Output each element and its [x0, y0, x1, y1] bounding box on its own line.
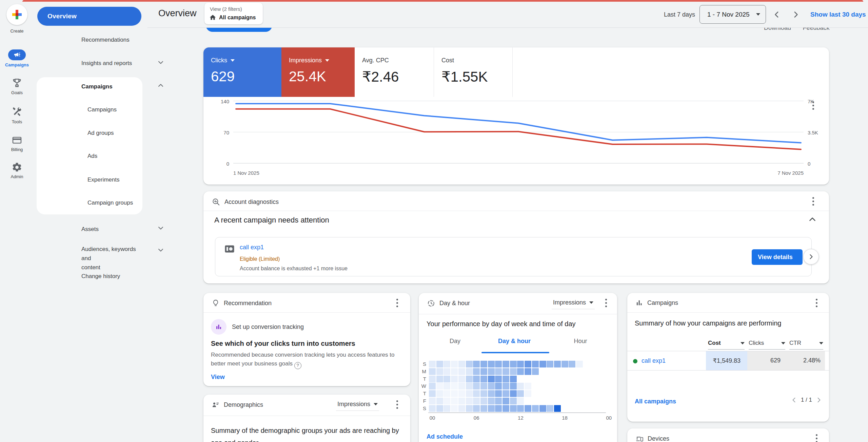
caret-down-icon: [325, 59, 329, 62]
column-header-ctr[interactable]: CTR: [789, 340, 823, 350]
heatmap-cell: [480, 376, 487, 382]
campaign-type-icon: [223, 243, 236, 255]
campaign-row-link[interactable]: call exp1: [642, 357, 666, 364]
rail-item-billing[interactable]: [12, 135, 22, 146]
date-next-button[interactable]: [791, 9, 801, 21]
heatmap-row-label: T: [420, 390, 426, 397]
nav-item-campaign-groups[interactable]: Campaign groups: [87, 199, 133, 206]
campaign-name-link[interactable]: call exp1: [240, 244, 264, 251]
scorecard-clicks[interactable]: Clicks 629: [203, 47, 281, 97]
tab-day-and-hour[interactable]: Day & hour: [489, 338, 540, 345]
nav-item-assets[interactable]: Assets: [81, 226, 99, 233]
nav-item-audiences[interactable]: Audiences, keywords and content: [81, 245, 144, 272]
day-hour-menu-button[interactable]: [599, 296, 612, 309]
date-range-select[interactable]: 1 - 7 Nov 2025: [699, 5, 766, 24]
show-last-30-days-link[interactable]: Show last 30 days: [810, 11, 866, 18]
page-prev-icon[interactable]: [790, 396, 798, 404]
day-hour-metric-select[interactable]: Impressions: [552, 298, 595, 309]
performance-line-chart[interactable]: [233, 98, 804, 169]
view-chip-caption: View (2 filters): [210, 6, 242, 12]
day-hour-heatmap[interactable]: [429, 361, 606, 412]
rail-label-billing: Billing: [0, 147, 34, 152]
heatmap-cell: [436, 398, 443, 404]
page-next-icon[interactable]: [815, 396, 823, 404]
column-header-cost[interactable]: Cost: [708, 340, 745, 350]
campaigns-menu-button[interactable]: [810, 296, 823, 309]
heatmap-cell: [488, 376, 495, 382]
collapse-chevron-icon[interactable]: [807, 214, 817, 226]
view-details-button[interactable]: View details: [752, 249, 803, 265]
nav-item-insights[interactable]: Insights and reports: [81, 60, 132, 67]
caret-down-icon: [589, 301, 593, 304]
heatmap-cell: [510, 405, 517, 412]
heatmap-cell: [458, 361, 465, 367]
devices-icon: [635, 435, 644, 442]
column-header-clicks[interactable]: Clicks: [749, 340, 785, 350]
rail-item-tools[interactable]: [11, 106, 23, 118]
nav-item-overview[interactable]: Overview: [37, 7, 141, 26]
devices-menu-button[interactable]: [810, 432, 823, 442]
nav-item-campaigns-parent[interactable]: Campaigns: [81, 83, 113, 90]
scorecard-cost[interactable]: Cost ₹1.55K: [434, 47, 513, 97]
heatmap-cell: [517, 383, 524, 390]
nav-item-experiments[interactable]: Experiments: [87, 176, 119, 183]
nav-item-change-history[interactable]: Change history: [81, 273, 120, 280]
scorecard-impressions[interactable]: Impressions 25.4K: [281, 47, 355, 97]
chevron-down-icon[interactable]: [157, 58, 165, 68]
rail-item-goals[interactable]: [11, 77, 23, 89]
create-button[interactable]: [6, 4, 27, 25]
y-axis-tick: 70: [214, 130, 229, 135]
heatmap-cell: [466, 368, 473, 375]
heatmap-cell: [547, 405, 553, 412]
heatmap-cell: [451, 390, 458, 397]
heatmap-cell: [466, 376, 473, 382]
heatmap-cell: [429, 390, 436, 397]
chevron-down-icon[interactable]: [157, 246, 165, 255]
tab-hour[interactable]: Hour: [555, 338, 606, 345]
date-prev-button[interactable]: [772, 9, 782, 21]
metric-value: Impressions: [553, 299, 586, 306]
campaign-issue-text: Account balance is exhausted +1 more iss…: [240, 266, 348, 272]
heatmap-cell: [517, 390, 524, 397]
scorecard-label: Avg. CPC: [362, 57, 389, 64]
nav-item-ad-groups[interactable]: Ad groups: [87, 130, 114, 136]
scorecard-avg-cpc[interactable]: Avg. CPC ₹2.46: [355, 47, 434, 97]
scorecard-value: 25.4K: [289, 68, 326, 85]
nav-item-recommendations[interactable]: Recommendations: [81, 37, 130, 43]
demographics-metric-select[interactable]: Impressions: [336, 400, 379, 411]
rail-item-admin[interactable]: [12, 162, 22, 173]
ad-schedule-link[interactable]: Ad schedule: [427, 433, 463, 440]
diagnostics-menu-button[interactable]: [807, 195, 820, 208]
table-row[interactable]: call exp1 ₹1,549.83 629 2.48%: [627, 351, 829, 371]
all-campaigns-link[interactable]: All campaigns: [635, 398, 676, 405]
rail-label-goals: Goals: [0, 90, 34, 95]
active-tab-underline: [481, 352, 549, 353]
next-issue-button[interactable]: [803, 249, 819, 265]
view-details-label: View details: [758, 254, 793, 261]
tab-day[interactable]: Day: [430, 338, 480, 345]
heatmap-cell: [495, 368, 502, 375]
nav-item-ads[interactable]: Ads: [87, 153, 97, 160]
nav-item-campaigns-child[interactable]: Campaigns: [87, 106, 117, 113]
partial-feedback-label[interactable]: Feedback: [798, 28, 834, 32]
help-icon[interactable]: ?: [294, 362, 301, 369]
recommendation-tag: Set up conversion tracking: [232, 323, 304, 331]
chevron-down-icon[interactable]: [157, 224, 165, 233]
chevron-up-icon[interactable]: [157, 81, 165, 91]
recommendation-menu-button[interactable]: [391, 296, 403, 309]
credit-card-icon: [12, 135, 22, 146]
demographics-menu-button[interactable]: [391, 398, 403, 411]
heatmap-cell: [495, 405, 502, 412]
rail-item-campaigns[interactable]: [8, 49, 26, 60]
demographics-icon: [212, 401, 220, 409]
view-filter-chip[interactable]: View (2 filters) All campaigns: [204, 3, 263, 24]
partial-download-label[interactable]: Download: [758, 28, 796, 32]
heatmap-cell: [429, 368, 436, 375]
rail-label-campaigns: Campaigns: [0, 62, 34, 67]
view-chip-label: All campaigns: [219, 15, 256, 21]
partial-new-campaign-button[interactable]: [206, 28, 272, 32]
date-range-value: 1 - 7 Nov 2025: [707, 11, 750, 18]
heatmap-cell: [429, 383, 436, 390]
recommendation-view-link[interactable]: View: [211, 374, 225, 381]
heatmap-cell: [502, 361, 509, 367]
